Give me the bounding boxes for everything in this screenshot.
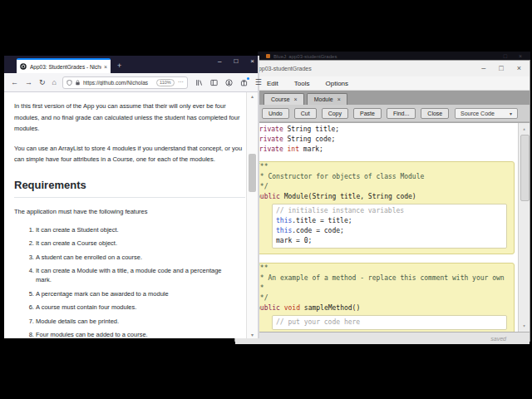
screen: BlueJ: app03-studentGrades □ × app03-stu… <box>0 0 532 399</box>
zoom-level-badge[interactable]: 110% <box>156 79 175 86</box>
code-line[interactable]: // initialise instance variables <box>276 206 503 216</box>
paste-button[interactable]: Paste <box>353 108 382 119</box>
editor-scrollbar-thumb[interactable] <box>520 135 530 201</box>
back-maximize-button[interactable]: □ <box>504 53 507 59</box>
requirement-item-4: It can create a Module with a title, a m… <box>36 266 237 284</box>
page-scrollbar[interactable]: ▴ ▾ <box>246 92 258 338</box>
code-line[interactable]: /** <box>256 264 510 273</box>
tab-label: Module <box>314 96 333 102</box>
readme-paragraph-2: You can use an ArrayList to store 4 modu… <box>14 143 245 165</box>
browser-toolbar: ← → ↻ ⌂ https://github.com/Nicholas 110%… <box>4 73 258 92</box>
new-tab-button[interactable]: + <box>117 62 121 70</box>
chevron-down-icon: ▾ <box>510 111 512 116</box>
copy-button[interactable]: Copy <box>322 108 348 119</box>
back-close-button[interactable]: × <box>519 53 522 59</box>
editor-close-button[interactable]: × <box>517 65 521 72</box>
lock-icon[interactable] <box>75 80 81 86</box>
browser-tab-active[interactable]: App03: StudentGrades - Nichol × <box>17 58 111 73</box>
requirements-heading: Requirements <box>14 179 245 198</box>
code-line[interactable]: private String title; <box>255 125 516 135</box>
shield-icon[interactable] <box>66 80 72 86</box>
home-icon[interactable]: ⌂ <box>52 79 57 86</box>
readme-paragraph-1: In this first version of the App you can… <box>14 101 245 135</box>
code-line[interactable]: * An example of a method - replace this … <box>256 273 510 283</box>
editor-tab-module[interactable]: Module× <box>307 93 347 105</box>
code-line[interactable]: this.title = title; <box>276 216 503 226</box>
page-scrollbar-thumb[interactable] <box>249 154 256 192</box>
requirement-item-5: A percentage mark can be awarded to a mo… <box>36 289 237 298</box>
undo-button[interactable]: Undo <box>262 108 289 119</box>
browser-minimize-button[interactable]: – <box>218 58 221 65</box>
code-line[interactable]: * Constructor for objects of class Modul… <box>256 172 510 182</box>
url-text[interactable]: https://github.com/Nicholas <box>83 80 155 86</box>
page-actions-icon[interactable]: ⋯ <box>178 79 184 86</box>
editor-maximize-button[interactable]: □ <box>499 65 503 72</box>
view-selector-dropdown[interactable]: Source Code ▾ <box>455 108 518 119</box>
requirement-item-3: A student can be enrolled on a course. <box>36 253 237 262</box>
scroll-down-arrow[interactable]: ▾ <box>519 321 530 331</box>
library-icon[interactable] <box>195 79 203 86</box>
code-editor-area[interactable]: private String title;private String code… <box>235 122 530 332</box>
editor-tabbar: Course×Module× <box>235 91 530 105</box>
requirement-item-1: It can create a Student object. <box>36 225 237 234</box>
tab-close-icon[interactable]: × <box>337 96 341 102</box>
menu-edit[interactable]: Edit <box>267 80 278 87</box>
code-line[interactable]: private String code; <box>255 135 516 145</box>
view-selector-value: Source Code <box>461 111 495 116</box>
bluej-editor-window: app03-studentGrades – □ × EditToolsOptio… <box>234 60 530 342</box>
scroll-down-arrow[interactable]: ▾ <box>247 332 258 337</box>
menu-options[interactable]: Options <box>325 80 348 87</box>
code-line[interactable]: // put your code here <box>276 318 503 328</box>
reload-icon[interactable]: ↻ <box>39 79 46 86</box>
back-icon[interactable]: ← <box>11 79 18 86</box>
requirements-list: It can create a Student object.It can cr… <box>14 225 245 339</box>
method-body-scope: // put your code here <box>272 315 507 330</box>
code-line[interactable]: public Module(String title, String code) <box>256 192 510 202</box>
tab-close-icon[interactable]: × <box>104 64 107 70</box>
code-line[interactable]: /** <box>256 162 510 172</box>
bluej-app-icon <box>266 54 270 58</box>
editor-tab-course[interactable]: Course× <box>264 93 304 105</box>
browser-tabbar: App03: StudentGrades - Nichol × + – □ × <box>4 56 258 73</box>
requirement-item-7: Module details can be printed. <box>36 317 237 326</box>
code-line[interactable]: private int mark; <box>255 145 516 155</box>
close-button[interactable]: Close <box>421 108 449 119</box>
scroll-up-arrow[interactable]: ▴ <box>519 124 530 134</box>
code-line[interactable]: */ <box>256 182 510 192</box>
save-status-label: saved <box>490 336 506 342</box>
editor-scrollbar[interactable]: ▴ ▾ <box>518 123 530 332</box>
forward-icon[interactable]: → <box>25 79 32 86</box>
method-scope-highlight: /** * An example of a method - replace t… <box>244 263 515 332</box>
requirements-intro: The application must have the following … <box>14 208 245 215</box>
scroll-up-arrow[interactable]: ▴ <box>247 93 258 99</box>
browser-close-button[interactable]: × <box>250 58 254 65</box>
find-button[interactable]: Find... <box>387 108 416 119</box>
github-favicon <box>20 63 27 70</box>
firefox-window: App03: StudentGrades - Nichol × + – □ × … <box>4 56 259 338</box>
requirement-item-2: It can create a Course object. <box>36 239 237 248</box>
code-line[interactable]: public void sampleMethod() <box>256 303 510 313</box>
account-icon[interactable] <box>225 79 233 86</box>
editor-menubar: EditToolsOptions <box>235 76 530 91</box>
sidebar-icon[interactable] <box>210 79 218 86</box>
cut-button[interactable]: Cut <box>294 108 317 119</box>
menu-tools[interactable]: Tools <box>294 80 310 87</box>
editor-titlebar[interactable]: app03-studentGrades – □ × <box>235 61 530 76</box>
editor-minimize-button[interactable]: – <box>481 65 485 72</box>
address-bar[interactable]: https://github.com/Nicholas 110% ⋯ <box>62 76 188 89</box>
browser-maximize-button[interactable]: □ <box>234 58 238 65</box>
whats-new-gift-icon[interactable] <box>240 79 248 86</box>
method-body-scope: // initialise instance variablesthis.tit… <box>272 204 507 249</box>
code-line[interactable]: this.code = code; <box>276 226 503 236</box>
code-line[interactable]: */ <box>256 293 510 303</box>
code-line[interactable]: mark = 0; <box>276 236 503 246</box>
method-scope-highlight: /** * Constructor for objects of class M… <box>244 161 515 254</box>
editor-statusbar: saved <box>235 332 530 344</box>
menu-hamburger-icon[interactable]: ☰ <box>255 78 262 86</box>
tab-label: Course <box>271 96 290 102</box>
code-line[interactable]: * <box>256 283 510 293</box>
requirement-item-6: A course must contain four modules. <box>36 303 237 312</box>
tab-close-icon[interactable]: × <box>294 96 298 102</box>
browser-page-content: In this first version of the App you can… <box>4 92 258 338</box>
notification-badge <box>247 77 249 80</box>
